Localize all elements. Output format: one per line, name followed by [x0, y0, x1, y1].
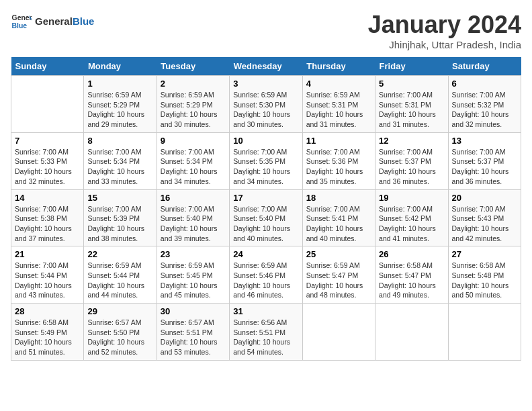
day-info: Sunrise: 7:00 AMSunset: 5:32 PMDaylight:…	[452, 90, 517, 130]
day-info: Sunrise: 6:58 AMSunset: 5:48 PMDaylight:…	[452, 261, 517, 300]
calendar-cell: 1Sunrise: 6:59 AMSunset: 5:29 PMDaylight…	[84, 76, 157, 133]
calendar-cell: 16Sunrise: 7:00 AMSunset: 5:40 PMDayligh…	[157, 189, 229, 246]
calendar-cell: 25Sunrise: 6:59 AMSunset: 5:47 PMDayligh…	[302, 246, 375, 304]
calendar-cell	[302, 304, 375, 361]
calendar-cell: 23Sunrise: 6:59 AMSunset: 5:45 PMDayligh…	[157, 246, 229, 304]
day-info: Sunrise: 6:57 AMSunset: 5:51 PMDaylight:…	[161, 318, 226, 357]
day-info: Sunrise: 7:00 AMSunset: 5:33 PMDaylight:…	[15, 147, 80, 187]
calendar-cell	[375, 304, 448, 361]
day-info: Sunrise: 6:59 AMSunset: 5:29 PMDaylight:…	[87, 90, 152, 130]
calendar-cell: 15Sunrise: 7:00 AMSunset: 5:39 PMDayligh…	[84, 189, 157, 246]
calendar-cell: 11Sunrise: 7:00 AMSunset: 5:36 PMDayligh…	[302, 132, 375, 189]
day-info: Sunrise: 7:00 AMSunset: 5:37 PMDaylight:…	[452, 147, 517, 187]
day-number: 4	[306, 79, 371, 89]
calendar-cell: 20Sunrise: 7:00 AMSunset: 5:43 PMDayligh…	[448, 189, 521, 246]
title-block: January 2024 Jhinjhak, Uttar Pradesh, In…	[368, 11, 521, 50]
header-wednesday: Wednesday	[230, 57, 302, 76]
day-info: Sunrise: 6:59 AMSunset: 5:44 PMDaylight:…	[87, 261, 152, 300]
day-number: 28	[15, 306, 80, 316]
day-info: Sunrise: 6:59 AMSunset: 5:46 PMDaylight:…	[233, 261, 298, 300]
day-number: 16	[161, 193, 226, 203]
calendar-cell	[11, 76, 84, 133]
day-number: 8	[87, 136, 152, 146]
day-info: Sunrise: 6:59 AMSunset: 5:31 PMDaylight:…	[306, 90, 371, 130]
calendar-cell: 5Sunrise: 7:00 AMSunset: 5:31 PMDaylight…	[375, 76, 448, 133]
day-number: 20	[452, 193, 517, 203]
calendar-cell: 27Sunrise: 6:58 AMSunset: 5:48 PMDayligh…	[448, 246, 521, 304]
day-info: Sunrise: 6:59 AMSunset: 5:30 PMDaylight:…	[233, 90, 298, 130]
day-number: 27	[452, 249, 517, 259]
calendar-cell: 2Sunrise: 6:59 AMSunset: 5:29 PMDaylight…	[157, 76, 229, 133]
day-info: Sunrise: 7:00 AMSunset: 5:34 PMDaylight:…	[161, 147, 226, 187]
calendar-cell: 24Sunrise: 6:59 AMSunset: 5:46 PMDayligh…	[230, 246, 302, 304]
calendar-cell: 17Sunrise: 7:00 AMSunset: 5:40 PMDayligh…	[230, 189, 302, 246]
header-saturday: Saturday	[448, 57, 521, 76]
calendar-cell: 10Sunrise: 7:00 AMSunset: 5:35 PMDayligh…	[230, 132, 302, 189]
calendar-cell: 4Sunrise: 6:59 AMSunset: 5:31 PMDaylight…	[302, 76, 375, 133]
day-info: Sunrise: 6:59 AMSunset: 5:29 PMDaylight:…	[161, 90, 226, 130]
calendar-cell: 21Sunrise: 7:00 AMSunset: 5:44 PMDayligh…	[11, 246, 84, 304]
day-info: Sunrise: 6:58 AMSunset: 5:49 PMDaylight:…	[15, 318, 80, 357]
location-text: Jhinjhak, Uttar Pradesh, India	[368, 39, 521, 50]
day-number: 26	[379, 249, 444, 259]
day-info: Sunrise: 7:00 AMSunset: 5:39 PMDaylight:…	[87, 204, 152, 244]
page-header: General Blue GeneralBlue January 2024 Jh…	[11, 11, 521, 50]
day-number: 10	[233, 136, 298, 146]
header-sunday: Sunday	[11, 57, 84, 76]
calendar-table: SundayMondayTuesdayWednesdayThursdayFrid…	[11, 57, 521, 361]
day-number: 1	[87, 79, 152, 89]
day-number: 31	[233, 306, 298, 316]
header-tuesday: Tuesday	[157, 57, 229, 76]
day-info: Sunrise: 7:00 AMSunset: 5:40 PMDaylight:…	[161, 204, 226, 244]
day-number: 24	[233, 249, 298, 259]
day-number: 30	[161, 306, 226, 316]
calendar-cell: 31Sunrise: 6:56 AMSunset: 5:51 PMDayligh…	[230, 304, 302, 361]
day-number: 18	[306, 193, 371, 203]
calendar-cell: 7Sunrise: 7:00 AMSunset: 5:33 PMDaylight…	[11, 132, 84, 189]
calendar-week-row: 21Sunrise: 7:00 AMSunset: 5:44 PMDayligh…	[11, 246, 521, 304]
day-info: Sunrise: 6:56 AMSunset: 5:51 PMDaylight:…	[233, 318, 298, 357]
day-info: Sunrise: 7:00 AMSunset: 5:36 PMDaylight:…	[306, 147, 371, 187]
day-number: 14	[15, 193, 80, 203]
day-number: 21	[15, 249, 80, 259]
calendar-cell: 26Sunrise: 6:58 AMSunset: 5:47 PMDayligh…	[375, 246, 448, 304]
calendar-cell: 14Sunrise: 7:00 AMSunset: 5:38 PMDayligh…	[11, 189, 84, 246]
day-number: 29	[87, 306, 152, 316]
logo: General Blue GeneralBlue	[11, 11, 94, 32]
day-number: 23	[161, 249, 226, 259]
day-info: Sunrise: 7:00 AMSunset: 5:41 PMDaylight:…	[306, 204, 371, 244]
calendar-cell: 29Sunrise: 6:57 AMSunset: 5:50 PMDayligh…	[84, 304, 157, 361]
calendar-cell: 18Sunrise: 7:00 AMSunset: 5:41 PMDayligh…	[302, 189, 375, 246]
day-info: Sunrise: 7:00 AMSunset: 5:40 PMDaylight:…	[233, 204, 298, 244]
calendar-week-row: 7Sunrise: 7:00 AMSunset: 5:33 PMDaylight…	[11, 132, 521, 189]
day-info: Sunrise: 7:00 AMSunset: 5:43 PMDaylight:…	[452, 204, 517, 244]
calendar-cell: 8Sunrise: 7:00 AMSunset: 5:34 PMDaylight…	[84, 132, 157, 189]
day-number: 6	[452, 79, 517, 89]
day-number: 9	[161, 136, 226, 146]
day-number: 2	[161, 79, 226, 89]
calendar-cell: 3Sunrise: 6:59 AMSunset: 5:30 PMDaylight…	[230, 76, 302, 133]
header-thursday: Thursday	[302, 57, 375, 76]
day-info: Sunrise: 6:59 AMSunset: 5:45 PMDaylight:…	[161, 261, 226, 300]
logo-icon: General Blue	[11, 11, 32, 32]
logo-blue-text: Blue	[73, 15, 95, 27]
calendar-cell: 6Sunrise: 7:00 AMSunset: 5:32 PMDaylight…	[448, 76, 521, 133]
day-info: Sunrise: 7:00 AMSunset: 5:31 PMDaylight:…	[379, 90, 444, 130]
day-info: Sunrise: 7:00 AMSunset: 5:37 PMDaylight:…	[379, 147, 444, 187]
calendar-week-row: 28Sunrise: 6:58 AMSunset: 5:49 PMDayligh…	[11, 304, 521, 361]
day-number: 11	[306, 136, 371, 146]
day-number: 19	[379, 193, 444, 203]
header-friday: Friday	[375, 57, 448, 76]
day-info: Sunrise: 7:00 AMSunset: 5:42 PMDaylight:…	[379, 204, 444, 244]
day-number: 22	[87, 249, 152, 259]
day-info: Sunrise: 7:00 AMSunset: 5:44 PMDaylight:…	[15, 261, 80, 300]
calendar-cell: 30Sunrise: 6:57 AMSunset: 5:51 PMDayligh…	[157, 304, 229, 361]
day-number: 15	[87, 193, 152, 203]
svg-text:Blue: Blue	[12, 22, 28, 30]
calendar-week-row: 14Sunrise: 7:00 AMSunset: 5:38 PMDayligh…	[11, 189, 521, 246]
calendar-cell: 28Sunrise: 6:58 AMSunset: 5:49 PMDayligh…	[11, 304, 84, 361]
logo-general-text: General	[35, 15, 73, 27]
day-info: Sunrise: 7:00 AMSunset: 5:38 PMDaylight:…	[15, 204, 80, 244]
calendar-cell: 19Sunrise: 7:00 AMSunset: 5:42 PMDayligh…	[375, 189, 448, 246]
day-info: Sunrise: 7:00 AMSunset: 5:35 PMDaylight:…	[233, 147, 298, 187]
